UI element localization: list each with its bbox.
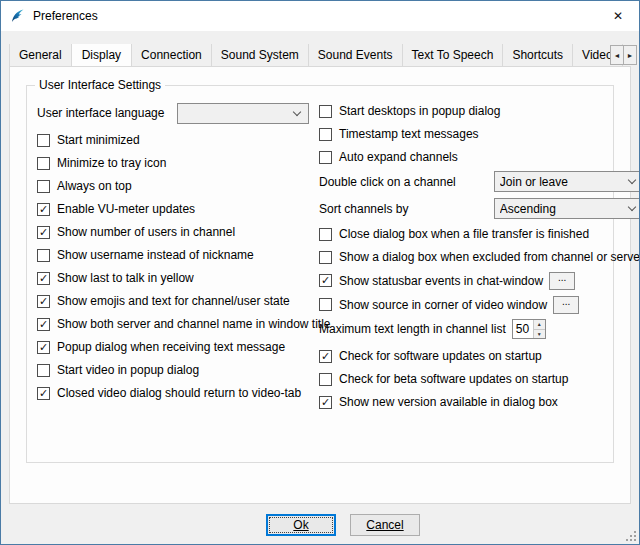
checkbox-popup-dialog-when-receiving-text-message[interactable]: ✓Popup dialog when receiving text messag… xyxy=(37,338,309,356)
checkbox-label: Show new version available in dialog box xyxy=(339,395,558,409)
checkbox-check-for-beta-software-updates-on-startup[interactable]: Check for beta software updates on start… xyxy=(319,370,640,388)
tab-scroll-left-button[interactable]: ◄ xyxy=(610,45,624,65)
checkbox-show-a-dialog-box-when-excluded-from-channel-or-server[interactable]: Show a dialog box when excluded from cha… xyxy=(319,248,640,266)
checkbox-minimize-to-tray-icon[interactable]: Minimize to tray icon xyxy=(37,154,309,172)
statusbar-events-row: ✓Show statusbar events in chat-window ..… xyxy=(319,271,640,290)
sort-channels-row: Sort channels by Ascending xyxy=(319,198,640,219)
tab-shortcuts[interactable]: Shortcuts xyxy=(502,44,573,66)
tab-strip: GeneralDisplayConnectionSound SystemSoun… xyxy=(9,44,631,66)
checkbox-show-both-server-and-channel-name-in-window-title[interactable]: ✓Show both server and channel name in wi… xyxy=(37,315,309,333)
checkbox-box[interactable]: ✓ xyxy=(37,318,50,331)
checkbox-box[interactable] xyxy=(37,249,50,262)
video-source-config-button[interactable]: ... xyxy=(553,296,579,314)
sort-channels-combobox[interactable]: Ascending xyxy=(494,198,640,219)
checkbox-start-video-in-popup-dialog[interactable]: Start video in popup dialog xyxy=(37,361,309,379)
checkbox-box[interactable] xyxy=(319,251,332,264)
checkbox-box[interactable] xyxy=(319,228,332,241)
checkbox-box[interactable] xyxy=(37,180,50,193)
right-checkbox-list-mid: Close dialog box when a file transfer is… xyxy=(319,225,640,266)
tab-bar: GeneralDisplayConnectionSound SystemSoun… xyxy=(1,44,639,66)
checkbox-box[interactable] xyxy=(37,134,50,147)
tab-general[interactable]: General xyxy=(9,44,72,66)
double-click-combobox[interactable]: Join or leave xyxy=(494,171,640,192)
checkbox-show-statusbar-events-in-chat-window[interactable]: ✓Show statusbar events in chat-window xyxy=(319,272,543,290)
checkbox-box[interactable]: ✓ xyxy=(37,387,50,400)
checkbox-box[interactable] xyxy=(319,298,332,311)
checkbox-label: Check for software updates on startup xyxy=(339,349,542,363)
tab-text-to-speech[interactable]: Text To Speech xyxy=(402,44,504,66)
sort-channels-label: Sort channels by xyxy=(319,202,408,216)
checkbox-box[interactable] xyxy=(319,105,332,118)
checkbox-start-desktops-in-popup-dialog[interactable]: Start desktops in popup dialog xyxy=(319,102,640,120)
right-column: Start desktops in popup dialogTimestamp … xyxy=(309,102,640,416)
right-checkbox-list-top: Start desktops in popup dialogTimestamp … xyxy=(319,102,640,166)
tab-sound-events[interactable]: Sound Events xyxy=(308,44,403,66)
checkbox-check-for-software-updates-on-startup[interactable]: ✓Check for software updates on startup xyxy=(319,347,640,365)
tab-scroll-buttons: ◄ ► xyxy=(610,45,637,65)
combo-value: Join or leave xyxy=(500,175,568,189)
spinner-value: 50 xyxy=(513,320,533,338)
cancel-button[interactable]: Cancel xyxy=(350,514,420,536)
checkbox-close-dialog-box-when-a-file-transfer-is-finished[interactable]: Close dialog box when a file transfer is… xyxy=(319,225,640,243)
checkbox-box[interactable]: ✓ xyxy=(37,295,50,308)
checkbox-closed-video-dialog-should-return-to-video-tab[interactable]: ✓Closed video dialog should return to vi… xyxy=(37,384,309,402)
group-title: User Interface Settings xyxy=(35,78,165,92)
checkbox-label: Start video in popup dialog xyxy=(57,363,199,377)
checkbox-show-number-of-users-in-channel[interactable]: ✓Show number of users in channel xyxy=(37,223,309,241)
tab-display[interactable]: Display xyxy=(71,44,132,66)
spinner-down-button[interactable]: ▼ xyxy=(534,329,545,339)
checkbox-timestamp-text-messages[interactable]: Timestamp text messages xyxy=(319,125,640,143)
checkbox-label: Show number of users in channel xyxy=(57,225,235,239)
checkbox-auto-expand-channels[interactable]: Auto expand channels xyxy=(319,148,640,166)
arrow-right-icon: ► xyxy=(627,52,634,59)
tab-sound-system[interactable]: Sound System xyxy=(211,44,309,66)
tab-connection[interactable]: Connection xyxy=(131,44,212,66)
statusbar-events-config-button[interactable]: ... xyxy=(549,272,575,290)
spinner-up-button[interactable]: ▲ xyxy=(534,320,545,329)
checkbox-show-last-to-talk-in-yellow[interactable]: ✓Show last to talk in yellow xyxy=(37,269,309,287)
checkbox-box[interactable] xyxy=(319,128,332,141)
max-text-length-spinner[interactable]: 50 ▲ ▼ xyxy=(512,319,546,339)
checkbox-box[interactable]: ✓ xyxy=(37,226,50,239)
checkbox-show-new-version-available-in-dialog-box[interactable]: ✓Show new version available in dialog bo… xyxy=(319,393,640,411)
double-click-row: Double click on a channel Join or leave xyxy=(319,171,640,192)
title-bar: Preferences ✕ xyxy=(1,1,639,31)
checkbox-box[interactable]: ✓ xyxy=(319,396,332,409)
checkbox-box[interactable] xyxy=(319,151,332,164)
checkbox-always-on-top[interactable]: Always on top xyxy=(37,177,309,195)
chevron-down-icon xyxy=(628,176,636,184)
checkbox-label: Check for beta software updates on start… xyxy=(339,372,568,386)
checkbox-label: Show statusbar events in chat-window xyxy=(339,274,543,288)
chevron-down-icon xyxy=(628,203,636,211)
checkbox-label: Start desktops in popup dialog xyxy=(339,104,500,118)
ok-button[interactable]: Ok xyxy=(266,514,336,536)
cancel-button-label: Cancel xyxy=(366,518,403,532)
checkbox-show-username-instead-of-nickname[interactable]: Show username instead of nickname xyxy=(37,246,309,264)
statusbar-events-checkbox-wrap: ✓Show statusbar events in chat-window xyxy=(319,272,543,290)
left-column: User interface language Start minimizedM… xyxy=(37,102,309,416)
checkbox-box[interactable]: ✓ xyxy=(319,274,332,287)
checkbox-enable-vu-meter-updates[interactable]: ✓Enable VU-meter updates xyxy=(37,200,309,218)
checkbox-show-emojis-and-text-for-channel-user-state[interactable]: ✓Show emojis and text for channel/user s… xyxy=(37,292,309,310)
tab-scroll-right-button[interactable]: ► xyxy=(623,45,637,65)
resize-grip[interactable] xyxy=(625,530,637,542)
checkbox-box[interactable]: ✓ xyxy=(37,341,50,354)
checkbox-box[interactable]: ✓ xyxy=(37,203,50,216)
arrow-left-icon: ◄ xyxy=(614,52,621,59)
language-combobox[interactable] xyxy=(177,103,309,124)
checkbox-label: Popup dialog when receiving text message xyxy=(57,340,285,354)
checkbox-show-source-in-corner-of-video-window[interactable]: Show source in corner of video window xyxy=(319,296,547,314)
checkbox-box[interactable]: ✓ xyxy=(37,272,50,285)
chevron-down-icon xyxy=(293,107,301,115)
checkbox-label: Show both server and channel name in win… xyxy=(57,317,331,331)
checkbox-box[interactable] xyxy=(37,157,50,170)
checkbox-box[interactable] xyxy=(319,373,332,386)
close-button[interactable]: ✕ xyxy=(597,1,639,31)
checkbox-box[interactable]: ✓ xyxy=(319,350,332,363)
checkbox-label: Close dialog box when a file transfer is… xyxy=(339,227,589,241)
max-text-length-label: Maximum text length in channel list xyxy=(319,322,506,336)
checkbox-label: Minimize to tray icon xyxy=(57,156,166,170)
checkbox-box[interactable] xyxy=(37,364,50,377)
preferences-window: { "window": { "title": "Preferences" }, … xyxy=(0,0,640,545)
checkbox-start-minimized[interactable]: Start minimized xyxy=(37,131,309,149)
